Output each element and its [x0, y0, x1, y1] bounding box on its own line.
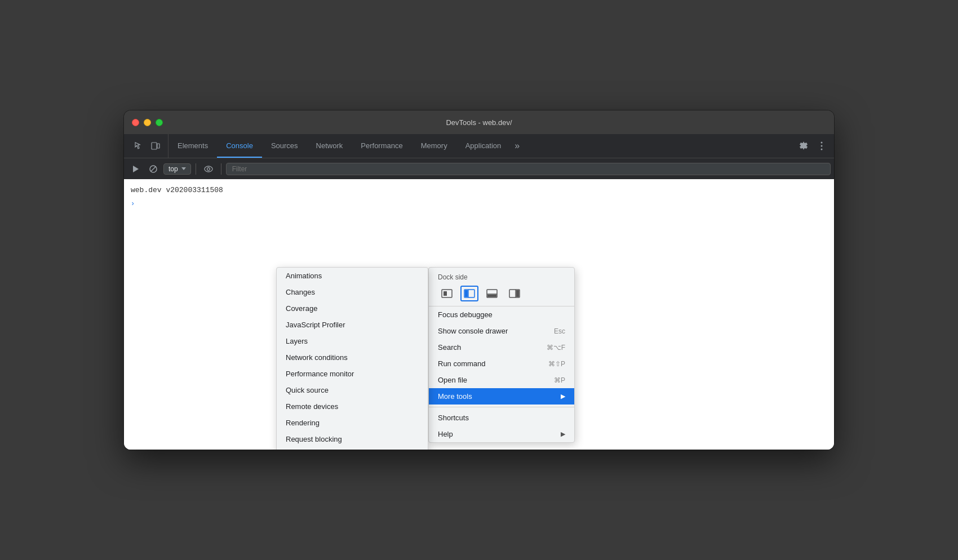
dock-right-btn[interactable] — [505, 286, 524, 301]
more-options-icon[interactable] — [814, 138, 830, 154]
tab-memory[interactable]: Memory — [412, 134, 456, 158]
rendering-label: Rendering — [286, 419, 320, 427]
dock-bottom-btn[interactable] — [483, 286, 501, 301]
search-label: Search — [438, 343, 461, 352]
svg-line-7 — [151, 166, 156, 171]
menu-item-rendering[interactable]: Rendering — [277, 415, 428, 431]
console-content: web.dev v202003311508 › Dock side — [124, 179, 834, 450]
frame-label: top — [168, 165, 178, 173]
menu-item-request-blocking[interactable]: Request blocking — [277, 431, 428, 447]
maximize-button[interactable] — [156, 119, 163, 126]
select-element-icon[interactable] — [131, 138, 147, 154]
minimize-button[interactable] — [144, 119, 151, 126]
dock-left-btn[interactable] — [460, 286, 478, 301]
svg-point-9 — [207, 167, 210, 170]
console-log-text: web.dev v202003311508 — [131, 186, 223, 194]
console-log-line: web.dev v202003311508 — [124, 184, 834, 197]
network-conditions-label: Network conditions — [286, 353, 348, 362]
menu-item-open-file[interactable]: Open file ⌘P — [429, 372, 574, 388]
request-blocking-label: Request blocking — [286, 435, 342, 443]
tab-bar: Elements Console Sources Network Perform… — [124, 134, 834, 158]
svg-rect-0 — [152, 143, 157, 149]
eye-icon[interactable] — [201, 161, 216, 177]
menu-more-tools[interactable]: Dock side — [428, 267, 575, 443]
menu-item-performance-monitor[interactable]: Performance monitor — [277, 366, 428, 382]
toolbar-separator — [196, 163, 196, 175]
console-arrow[interactable]: › — [131, 200, 135, 208]
svg-point-2 — [821, 142, 823, 144]
toolbar: top — [124, 158, 834, 179]
svg-rect-14 — [465, 290, 468, 297]
menu-tools[interactable]: Animations Changes Coverage JavaScript P… — [276, 267, 428, 450]
menu-item-network-conditions[interactable]: Network conditions — [277, 349, 428, 366]
run-command-shortcut: ⌘⇧P — [548, 360, 565, 368]
tab-performance[interactable]: Performance — [352, 134, 411, 158]
menu-item-help[interactable]: Help ▶ — [429, 426, 574, 442]
run-command-label: Run command — [438, 359, 486, 368]
svg-rect-17 — [487, 295, 496, 297]
dock-undock-btn[interactable] — [438, 286, 456, 301]
menu-item-remote-devices[interactable]: Remote devices — [277, 398, 428, 415]
window-title: DevTools - web.dev/ — [446, 118, 512, 127]
tab-sources[interactable]: Sources — [262, 134, 307, 158]
tab-console[interactable]: Console — [217, 134, 262, 158]
menus-overlay: Dock side — [124, 179, 834, 450]
tab-network[interactable]: Network — [307, 134, 352, 158]
svg-point-4 — [821, 149, 823, 150]
svg-point-3 — [821, 145, 823, 147]
console-prompt-line[interactable]: › — [124, 197, 834, 210]
changes-label: Changes — [286, 288, 315, 296]
menu-item-focus-debuggee[interactable]: Focus debuggee — [429, 306, 574, 323]
svg-point-8 — [205, 166, 212, 172]
open-file-label: Open file — [438, 376, 467, 384]
title-bar: DevTools - web.dev/ — [124, 110, 834, 134]
javascript-profiler-label: JavaScript Profiler — [286, 321, 345, 329]
menu-item-run-command[interactable]: Run command ⌘⇧P — [429, 355, 574, 372]
animations-label: Animations — [286, 272, 322, 280]
settings-icon[interactable] — [796, 138, 811, 154]
svg-rect-20 — [516, 290, 519, 297]
help-arrow: ▶ — [561, 430, 565, 438]
show-console-drawer-label: Show console drawer — [438, 327, 508, 335]
more-tools-label: More tools — [438, 392, 472, 401]
devtools-window: DevTools - web.dev/ Elements — [124, 110, 834, 450]
menu-item-layers[interactable]: Layers — [277, 333, 428, 349]
menu-divider-1 — [429, 407, 574, 407]
menu-item-quick-source[interactable]: Quick source — [277, 382, 428, 398]
menu-item-more-tools[interactable]: More tools ▶ — [429, 388, 574, 405]
tab-application[interactable]: Application — [456, 134, 511, 158]
performance-monitor-label: Performance monitor — [286, 370, 354, 378]
menu-item-javascript-profiler[interactable]: JavaScript Profiler — [277, 317, 428, 333]
svg-rect-11 — [443, 291, 447, 296]
dock-side-label: Dock side — [438, 273, 565, 281]
device-toggle-icon[interactable] — [148, 138, 163, 154]
layers-label: Layers — [286, 337, 308, 345]
toolbar-separator-2 — [221, 163, 221, 175]
menu-item-search-tool[interactable]: Search — [277, 447, 428, 450]
menu-item-show-console-drawer[interactable]: Show console drawer Esc — [429, 323, 574, 339]
tab-overflow[interactable]: » — [510, 134, 524, 158]
svg-marker-5 — [133, 166, 139, 172]
block-icon[interactable] — [145, 161, 161, 177]
play-icon[interactable] — [127, 161, 143, 177]
close-button[interactable] — [132, 119, 139, 126]
tab-bar-right — [791, 134, 834, 158]
devtools-body: Elements Console Sources Network Perform… — [124, 134, 834, 450]
focus-debuggee-label: Focus debuggee — [438, 310, 493, 319]
menu-item-search[interactable]: Search ⌘⌥F — [429, 339, 574, 355]
menu-item-changes[interactable]: Changes — [277, 284, 428, 300]
traffic-lights — [132, 119, 163, 126]
svg-rect-1 — [157, 144, 159, 148]
quick-source-label: Quick source — [286, 386, 329, 394]
filter-input[interactable] — [226, 163, 831, 175]
shortcuts-label: Shortcuts — [438, 414, 469, 422]
coverage-label: Coverage — [286, 304, 317, 313]
frame-select[interactable]: top — [163, 163, 191, 175]
tab-elements[interactable]: Elements — [168, 134, 217, 158]
menu-item-coverage[interactable]: Coverage — [277, 300, 428, 317]
tabs: Elements Console Sources Network Perform… — [168, 134, 791, 158]
dock-side-section: Dock side — [429, 268, 574, 306]
menu-item-animations[interactable]: Animations — [277, 268, 428, 284]
help-label: Help — [438, 430, 453, 438]
menu-item-shortcuts[interactable]: Shortcuts — [429, 410, 574, 426]
